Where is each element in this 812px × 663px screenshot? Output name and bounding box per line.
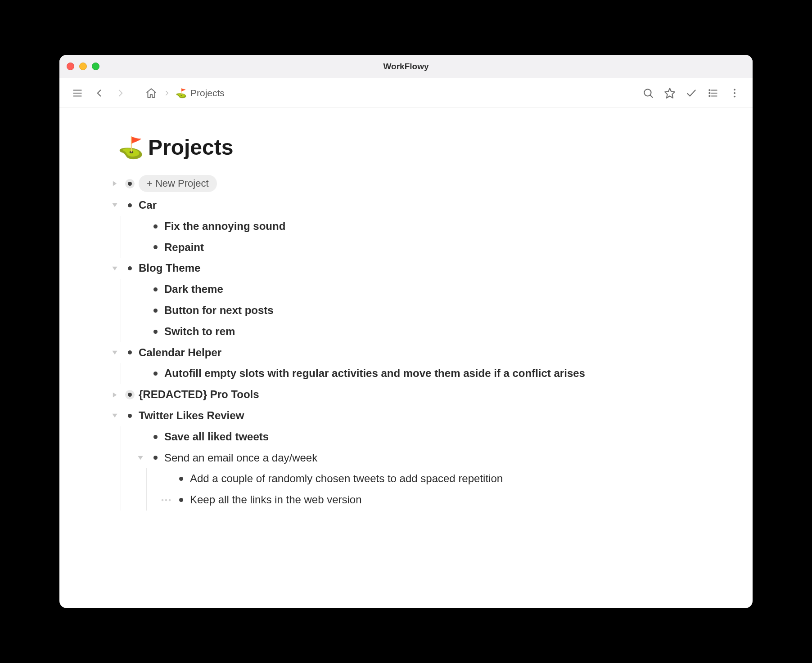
item-row[interactable]: Add a couple of randomly chosen tweets t… xyxy=(160,468,703,489)
nav-back-button[interactable] xyxy=(89,83,109,103)
bullet[interactable] xyxy=(151,327,160,336)
item-row[interactable]: Repaint xyxy=(135,237,703,258)
node-text[interactable]: Button for next posts xyxy=(164,303,703,318)
svg-line-4 xyxy=(650,95,653,97)
node-text[interactable]: Autofill empty slots with regular activi… xyxy=(164,366,703,381)
node-text[interactable]: Send an email once a day/week xyxy=(164,450,703,466)
item-row[interactable]: Autofill empty slots with regular activi… xyxy=(135,363,703,384)
bullet[interactable] xyxy=(125,264,134,273)
expand-toggle[interactable] xyxy=(109,180,121,187)
svg-point-23 xyxy=(165,499,167,501)
bullet[interactable] xyxy=(151,285,160,294)
node-title[interactable]: Twitter Likes Review xyxy=(139,408,703,424)
item-row[interactable]: Calendar Helper xyxy=(109,342,703,363)
node-title[interactable]: Calendar Helper xyxy=(139,345,703,361)
node-title[interactable]: Car xyxy=(139,197,703,213)
bullet[interactable] xyxy=(125,179,134,188)
node-car: Car Fix the annoying sound Repaint xyxy=(109,195,703,258)
bullet[interactable] xyxy=(151,243,160,252)
item-row[interactable]: {REDACTED} Pro Tools xyxy=(109,384,703,405)
search-button[interactable] xyxy=(638,83,658,103)
expand-toggle[interactable] xyxy=(109,412,121,419)
item-row[interactable]: Send an email once a day/week xyxy=(135,448,703,469)
triangle-down-icon xyxy=(112,349,118,356)
list-view-button[interactable] xyxy=(703,83,723,103)
svg-marker-20 xyxy=(112,414,117,417)
node-text[interactable]: Fix the annoying sound xyxy=(164,219,703,234)
document-area[interactable]: ⛳ Projects + New Project xyxy=(59,108,753,608)
more-button[interactable] xyxy=(725,83,744,103)
nav-forward-button[interactable] xyxy=(111,83,131,103)
svg-point-8 xyxy=(709,92,710,93)
svg-point-14 xyxy=(734,95,735,97)
children: Save all liked tweets Send an email once… xyxy=(121,426,703,511)
item-row[interactable]: Car xyxy=(109,195,703,216)
item-row[interactable]: Save all liked tweets xyxy=(135,426,703,448)
breadcrumb-label: Projects xyxy=(190,88,225,99)
node-text[interactable]: Dark theme xyxy=(164,282,703,297)
page-title-text: Projects xyxy=(148,135,233,160)
node-title[interactable]: Blog Theme xyxy=(139,260,703,276)
expand-toggle[interactable] xyxy=(109,349,121,356)
item-row[interactable]: Blog Theme xyxy=(109,258,703,279)
new-project-button[interactable]: + New Project xyxy=(139,175,217,192)
item-row[interactable]: + New Project xyxy=(109,172,703,195)
star-button[interactable] xyxy=(660,83,680,103)
home-button[interactable] xyxy=(141,83,161,103)
breadcrumb-projects[interactable]: ⛳ Projects xyxy=(173,86,227,100)
titlebar: WorkFlowy xyxy=(59,55,753,78)
item-row[interactable]: Twitter Likes Review xyxy=(109,405,703,426)
item-row[interactable]: Switch to rem xyxy=(135,321,703,342)
item-row[interactable]: Button for next posts xyxy=(135,300,703,321)
node-calendar-helper: Calendar Helper Autofill empty slots wit… xyxy=(109,342,703,385)
node-text[interactable]: Save all liked tweets xyxy=(164,429,703,445)
node-twitter-likes: Twitter Likes Review Save all liked twee… xyxy=(109,405,703,511)
item-row[interactable]: Fix the annoying sound xyxy=(135,216,703,237)
flag-icon: ⛳ xyxy=(176,89,187,98)
node-text[interactable]: Add a couple of randomly chosen tweets t… xyxy=(190,471,703,487)
node-blog-theme: Blog Theme Dark theme Button for next po… xyxy=(109,258,703,342)
star-icon xyxy=(664,87,676,99)
bullet[interactable] xyxy=(151,222,160,231)
expand-toggle[interactable] xyxy=(109,202,121,208)
bullet[interactable] xyxy=(125,411,134,420)
item-row[interactable]: Keep all the links in the web version xyxy=(160,489,703,511)
outline: + New Project Car Fix the annoying so xyxy=(109,172,703,511)
bullet[interactable] xyxy=(151,453,160,462)
bullet[interactable] xyxy=(125,390,134,399)
node-text[interactable]: Repaint xyxy=(164,240,703,255)
row-menu-button[interactable] xyxy=(160,499,172,502)
node-pro-tools: {REDACTED} Pro Tools xyxy=(109,384,703,405)
svg-marker-16 xyxy=(112,203,117,207)
node-text[interactable]: Keep all the links in the web version xyxy=(190,492,703,508)
bullet[interactable] xyxy=(151,306,160,315)
bullet[interactable] xyxy=(151,432,160,441)
node-title[interactable]: {REDACTED} Pro Tools xyxy=(139,387,703,403)
bullet[interactable] xyxy=(176,475,185,484)
page-title-emoji: ⛳ xyxy=(118,135,144,160)
item-row[interactable]: Dark theme xyxy=(135,279,703,300)
traffic-lights xyxy=(67,63,99,70)
breadcrumb-separator xyxy=(163,89,171,97)
zoom-window-button[interactable] xyxy=(92,63,99,70)
expand-toggle[interactable] xyxy=(135,455,146,461)
node-text[interactable]: Switch to rem xyxy=(164,324,703,340)
svg-marker-5 xyxy=(665,88,675,98)
children: Dark theme Button for next posts Switch … xyxy=(121,279,703,342)
bullet[interactable] xyxy=(125,348,134,357)
complete-button[interactable] xyxy=(681,83,701,103)
children: Fix the annoying sound Repaint xyxy=(121,216,703,258)
bullet[interactable] xyxy=(151,369,160,378)
expand-toggle[interactable] xyxy=(109,265,121,272)
check-icon xyxy=(686,87,697,99)
bullet[interactable] xyxy=(176,496,185,505)
home-icon xyxy=(145,87,157,99)
minimize-window-button[interactable] xyxy=(79,63,87,70)
expand-toggle[interactable] xyxy=(109,392,121,398)
page-title[interactable]: ⛳ Projects xyxy=(109,135,703,160)
svg-marker-18 xyxy=(112,351,117,354)
children: Add a couple of randomly chosen tweets t… xyxy=(146,468,703,511)
bullet[interactable] xyxy=(125,201,134,210)
close-window-button[interactable] xyxy=(67,63,74,70)
menu-button[interactable] xyxy=(68,83,87,103)
